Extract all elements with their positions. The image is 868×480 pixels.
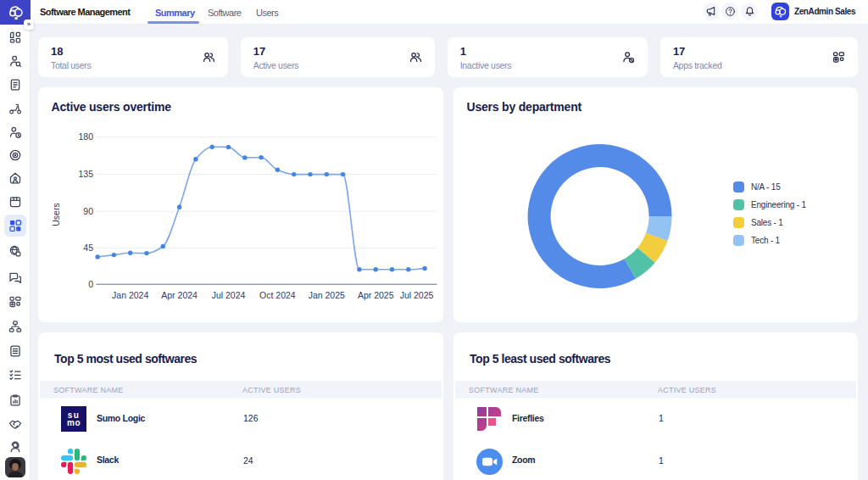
- svg-text:135: 135: [78, 169, 93, 179]
- svg-text:Jan 2024: Jan 2024: [112, 290, 148, 300]
- svg-text:Jan 2025: Jan 2025: [309, 290, 345, 300]
- svg-text:mo: mo: [67, 418, 81, 427]
- svg-text:Oct 2024: Oct 2024: [259, 290, 296, 300]
- svg-text:Apr 2024: Apr 2024: [161, 290, 198, 300]
- svg-text:Jul 2025: Jul 2025: [400, 290, 434, 300]
- svg-text:Apr 2025: Apr 2025: [358, 290, 394, 300]
- svg-text:45: 45: [83, 243, 93, 253]
- svg-text:90: 90: [83, 206, 93, 216]
- svg-text:180: 180: [78, 131, 93, 142]
- svg-text:0: 0: [88, 279, 93, 289]
- svg-text:Users: Users: [51, 203, 61, 226]
- svg-text:Jul 2024: Jul 2024: [212, 290, 246, 300]
